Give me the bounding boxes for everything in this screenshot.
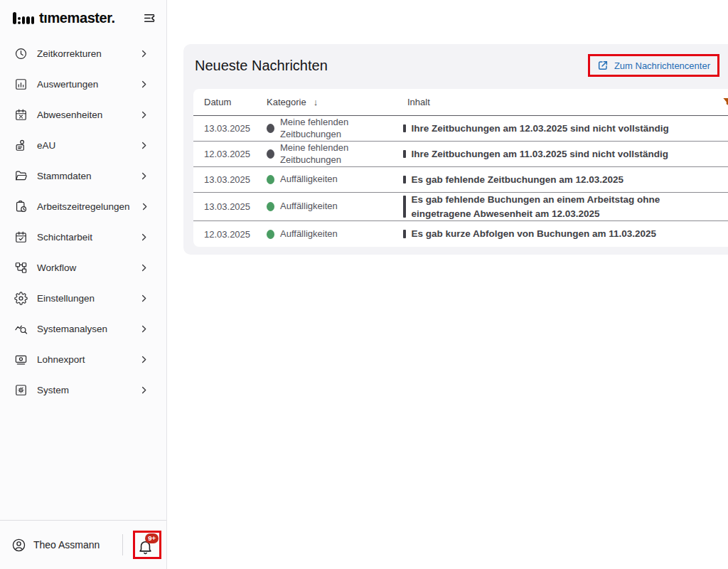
messages-panel: Neueste Nachrichten Zum Nachrichtencente… [183, 44, 728, 255]
clipboard-clock-icon [14, 200, 28, 213]
cell-kategorie: Auffälligkeiten [263, 174, 403, 186]
category-dot-icon [267, 230, 274, 239]
table-row[interactable]: 13.03.2025 Meine fehlenden Zeitbuchungen… [193, 116, 728, 142]
chevron-right-icon [139, 140, 149, 151]
sidebar-item-auswertungen[interactable]: Auswertungen [0, 69, 166, 100]
chevron-right-icon [139, 293, 149, 304]
calendar-check-icon [14, 230, 28, 244]
table-row[interactable]: 13.03.2025 Auffälligkeiten Es gab fehlen… [193, 193, 728, 221]
category-dot-icon [267, 124, 274, 133]
content-text: Es gab fehlende Zeitbuchungen am 12.03.2… [412, 173, 624, 187]
category-label: Auffälligkeiten [280, 228, 338, 240]
sidebar-item-label: Abwesenheiten [37, 110, 102, 120]
cell-kategorie: Auffälligkeiten [263, 228, 403, 240]
sidebar-footer: Theo Assmann 9+ [0, 520, 166, 569]
bar-chart-icon [14, 78, 28, 91]
clock-icon [14, 47, 28, 60]
sidebar-item-label: Einstellungen [37, 293, 95, 304]
content-text: Ihre Zeitbuchungen am 11.03.2025 sind ni… [412, 147, 669, 161]
page-title: Neueste Nachrichten [195, 58, 328, 74]
notification-badge: 9+ [145, 533, 159, 543]
content-text: Ihre Zeitbuchungen am 12.03.2025 sind ni… [412, 122, 669, 136]
gear-icon [14, 292, 28, 305]
calendar-x-icon [14, 108, 28, 122]
category-label: Meine fehlenden Zeitbuchungen [280, 117, 373, 141]
sidebar-item-label: Arbeitszeitregelungen [37, 201, 130, 212]
chevron-right-icon [139, 232, 149, 243]
content-accent-bar [403, 124, 406, 133]
sidebar-item-abwesenheiten[interactable]: Abwesenheiten [0, 100, 166, 130]
funnel-icon[interactable] [722, 97, 728, 107]
cell-datum: 12.03.2025 [193, 149, 263, 159]
sidebar-item-arbeitszeitregelungen[interactable]: Arbeitszeitregelungen [0, 191, 166, 222]
column-header-inhalt[interactable]: Inhalt [403, 97, 728, 107]
sidebar-item-label: Workflow [37, 262, 76, 273]
nachrichtencenter-link[interactable]: Zum Nachrichtencenter [614, 60, 710, 71]
category-dot-icon [267, 149, 274, 159]
table-body: 13.03.2025 Meine fehlenden Zeitbuchungen… [193, 116, 728, 247]
chevron-right-icon [139, 324, 149, 334]
messages-table: Datum Kategorie ↓ Inhalt 13.03.2025 Mein… [193, 89, 728, 247]
workflow-icon [14, 261, 28, 275]
messages-panel-header: Neueste Nachrichten Zum Nachrichtencente… [183, 44, 728, 77]
user-name: Theo Assmann [33, 539, 100, 551]
app-logo: tımemaster. [13, 11, 115, 25]
table-header-row: Datum Kategorie ↓ Inhalt [193, 89, 728, 116]
chevron-right-icon [139, 79, 149, 90]
content-text: Es gab fehlende Buchungen an einem Arbei… [412, 193, 689, 220]
sidebar-item-lohnexport[interactable]: Lohnexport [0, 344, 166, 375]
cell-inhalt: Es gab fehlende Buchungen an einem Arbei… [403, 193, 728, 220]
sidebar-item-einstellungen[interactable]: Einstellungen [0, 283, 166, 314]
table-row[interactable]: 12.03.2025 Meine fehlenden Zeitbuchungen… [193, 142, 728, 167]
category-label: Auffälligkeiten [280, 174, 338, 186]
cell-kategorie: Meine fehlenden Zeitbuchungen [263, 142, 403, 166]
banknote-icon [14, 353, 28, 366]
content-accent-bar [403, 230, 406, 238]
person-document-icon [14, 139, 28, 152]
sidebar-item-label: Zeitkorrekturen [37, 48, 102, 59]
cell-inhalt: Es gab fehlende Zeitbuchungen am 12.03.2… [403, 173, 728, 187]
sidebar-item-label: Stammdaten [37, 171, 92, 181]
content-text: Es gab kurze Abfolgen von Buchungen am 1… [412, 227, 657, 241]
category-dot-icon [267, 175, 274, 184]
sidebar-item-workflow[interactable]: Workflow [0, 252, 166, 283]
sidebar-item-system[interactable]: System [0, 375, 166, 405]
sidebar-item-label: Lohnexport [37, 354, 85, 365]
user-menu[interactable]: Theo Assmann [11, 538, 100, 553]
app-logo-text: tımemaster. [39, 11, 115, 25]
sidebar-item-eau[interactable]: eAU [0, 130, 166, 161]
footer-divider [122, 534, 123, 555]
cell-datum: 12.03.2025 [193, 229, 263, 240]
timemaster-logo-icon [13, 11, 34, 24]
sidebar-item-stammdaten[interactable]: Stammdaten [0, 161, 166, 191]
sidebar-item-systemanalysen[interactable]: Systemanalysen [0, 314, 166, 344]
cell-inhalt: Ihre Zeitbuchungen am 12.03.2025 sind ni… [403, 122, 728, 136]
column-header-datum[interactable]: Datum [193, 97, 263, 107]
sidebar-item-label: eAU [37, 140, 55, 151]
cell-datum: 13.03.2025 [193, 123, 263, 134]
system-gear-icon [14, 383, 28, 397]
cell-inhalt: Ihre Zeitbuchungen am 11.03.2025 sind ni… [403, 147, 728, 161]
chevron-right-icon [139, 171, 149, 181]
column-header-kategorie[interactable]: Kategorie ↓ [263, 97, 403, 107]
chevron-right-icon [139, 354, 149, 365]
folder-icon [14, 169, 28, 183]
category-dot-icon [267, 202, 274, 211]
category-label: Auffälligkeiten [280, 201, 338, 213]
content-accent-bar [403, 150, 406, 159]
chevron-right-icon [139, 48, 149, 59]
main-content: Neueste Nachrichten Zum Nachrichtencente… [168, 0, 728, 569]
sidebar-nav: Zeitkorrekturen Auswertungen Abwesenheit… [0, 36, 166, 405]
sidebar-header: tımemaster. [0, 0, 166, 36]
table-row[interactable]: 13.03.2025 Auffälligkeiten Es gab fehlen… [193, 167, 728, 193]
table-row[interactable]: 12.03.2025 Auffälligkeiten Es gab kurze … [193, 221, 728, 247]
category-label: Meine fehlenden Zeitbuchungen [280, 142, 373, 166]
chevron-right-icon [139, 110, 149, 120]
sidebar-item-zeitkorrekturen[interactable]: Zeitkorrekturen [0, 38, 166, 69]
chart-magnifier-icon [14, 322, 28, 336]
content-accent-bar [403, 176, 406, 184]
chevron-right-icon [139, 385, 149, 395]
menu-fold-icon[interactable] [141, 10, 157, 26]
sidebar-item-schichtarbeit[interactable]: Schichtarbeit [0, 222, 166, 252]
cell-kategorie: Meine fehlenden Zeitbuchungen [263, 117, 403, 141]
